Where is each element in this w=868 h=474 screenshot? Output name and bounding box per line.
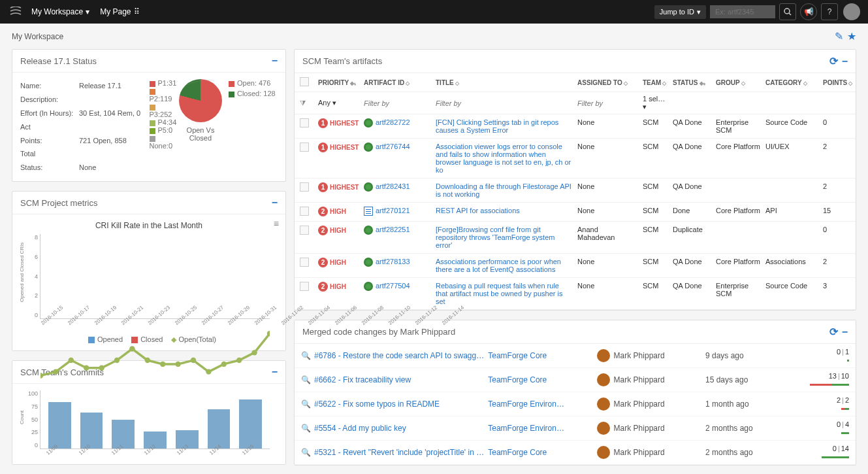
- commits-chart: 1007550250: [40, 390, 270, 449]
- artifact-link[interactable]: artf278133: [376, 258, 410, 265]
- chart-title: CRI Kill Rate in the Last Month: [20, 221, 278, 230]
- artifact-id-filter[interactable]: [364, 99, 430, 107]
- jump-to-id-dropdown[interactable]: Jump to ID ▾: [654, 5, 706, 19]
- team-filter[interactable]: 1 sel… ▾: [643, 95, 665, 110]
- row-checkbox[interactable]: [300, 226, 309, 235]
- search-icon[interactable]: 🔍: [301, 399, 314, 409]
- svg-point-10: [160, 362, 165, 367]
- avatar: [597, 373, 610, 386]
- artifact-link[interactable]: artf282722: [376, 118, 410, 126]
- table-row: 2HIGH artf282251 [Forge]Browsing conf fi…: [295, 222, 856, 254]
- search-button[interactable]: [779, 3, 796, 20]
- svg-point-16: [251, 350, 257, 355]
- breadcrumb[interactable]: My Workspace: [12, 32, 63, 41]
- sort-icon[interactable]: ◆₁: [350, 80, 356, 86]
- svg-point-11: [175, 362, 180, 367]
- search-icon[interactable]: 🔍: [301, 351, 314, 360]
- artifact-title-link[interactable]: Associations performance is poor when th…: [436, 258, 561, 273]
- priority-filter[interactable]: Any ▾: [318, 99, 336, 107]
- refresh-icon[interactable]: ⟳: [829, 55, 838, 67]
- search-icon[interactable]: 🔍: [301, 424, 314, 433]
- announcements-icon[interactable]: 📢: [800, 3, 817, 20]
- help-icon[interactable]: ?: [821, 3, 838, 20]
- artifact-link[interactable]: artf282251: [376, 226, 410, 233]
- row-checkbox[interactable]: [300, 258, 309, 267]
- sort-icon[interactable]: ◆₂: [699, 80, 705, 86]
- git-icon: [364, 143, 373, 152]
- row-checkbox[interactable]: [300, 182, 309, 192]
- document-icon: [364, 207, 373, 216]
- panel-title: SCM Project metrics: [20, 198, 97, 208]
- sort-icon[interactable]: ◇: [741, 80, 745, 86]
- list-item: 🔍 #6786 - Restore the code search API to…: [295, 344, 856, 368]
- search-icon[interactable]: 🔍: [301, 448, 314, 457]
- change-link[interactable]: #6662 - Fix traceability view: [314, 375, 411, 384]
- workspace-dropdown[interactable]: My Workspace ▾: [31, 7, 89, 16]
- avatar: [597, 446, 610, 459]
- priority-badge: 1HIGHEST: [318, 118, 359, 128]
- repo-link[interactable]: TeamForge Core: [488, 351, 547, 360]
- artifact-title-link[interactable]: Downloading a file through Filestorage A…: [436, 182, 571, 198]
- artifact-link[interactable]: artf270121: [376, 207, 410, 214]
- list-item: 🔍 #5321 - Revert "Revert 'include 'proje…: [295, 441, 856, 465]
- svg-point-7: [114, 358, 120, 363]
- collapse-icon[interactable]: −: [272, 55, 278, 67]
- row-checkbox[interactable]: [300, 118, 309, 127]
- change-link[interactable]: #5622 - Fix some typos in README: [314, 399, 440, 409]
- panel-title: Release 17.1 Status: [20, 56, 97, 66]
- artifact-title-link[interactable]: REST API for associations: [436, 207, 520, 214]
- artifact-title-link[interactable]: [FCN] Clicking Settings tab in git repos…: [436, 118, 558, 134]
- user-avatar[interactable]: [843, 3, 860, 20]
- list-item: 🔍 #5554 - Add my public key TeamForge En…: [295, 416, 856, 441]
- artifact-link[interactable]: artf282431: [376, 182, 410, 190]
- collapse-icon[interactable]: −: [272, 197, 278, 209]
- artifact-title-link[interactable]: Association viewer logs error to console…: [436, 143, 571, 174]
- refresh-icon[interactable]: ⟳: [829, 326, 838, 338]
- sort-icon[interactable]: ◇: [406, 80, 410, 86]
- row-checkbox[interactable]: [300, 207, 309, 216]
- sort-icon[interactable]: ◇: [848, 80, 852, 86]
- page-selector[interactable]: My Page ⠿: [100, 7, 138, 16]
- priority-legend: P1:31P2:119P3:252P4:34P5:0None:0: [150, 79, 179, 175]
- edit-icon[interactable]: ✎: [835, 30, 843, 42]
- chart-menu-icon[interactable]: ≡: [274, 218, 279, 229]
- collapse-icon[interactable]: −: [842, 56, 848, 67]
- artifact-title-link[interactable]: [Forge]Browsing conf file from git repos…: [436, 226, 555, 249]
- sort-icon[interactable]: ◇: [803, 80, 807, 86]
- search-input[interactable]: [710, 5, 775, 18]
- change-link[interactable]: #6786 - Restore the code search API to s…: [314, 351, 488, 360]
- artifact-link[interactable]: artf276744: [376, 143, 410, 150]
- collapse-icon[interactable]: −: [842, 326, 848, 338]
- repo-link[interactable]: TeamForge Environ…: [488, 424, 564, 433]
- artifact-link[interactable]: artf277504: [376, 282, 410, 290]
- repo-link[interactable]: TeamForge Environ…: [488, 399, 564, 409]
- select-all-checkbox[interactable]: [300, 77, 309, 86]
- change-link[interactable]: #5554 - Add my public key: [314, 424, 406, 433]
- priority-badge: 2HIGH: [318, 258, 346, 267]
- change-link[interactable]: #5321 - Revert "Revert 'include 'project…: [314, 448, 488, 457]
- pie-chart: [179, 79, 222, 122]
- filter-icon[interactable]: ⧩: [300, 99, 306, 107]
- svg-point-12: [191, 358, 196, 363]
- search-icon[interactable]: 🔍: [301, 375, 314, 384]
- title-filter[interactable]: [436, 99, 572, 107]
- avatar: [597, 349, 610, 362]
- panel-title: SCM Team's artifacts: [302, 56, 382, 66]
- sort-icon[interactable]: ◇: [662, 80, 666, 86]
- repo-link[interactable]: TeamForge Core: [488, 375, 547, 384]
- panel-scm-metrics: SCM Project metrics − ≡ CRI Kill Rate in…: [12, 191, 286, 351]
- assigned-filter[interactable]: [577, 99, 637, 107]
- app-logo[interactable]: [8, 7, 24, 18]
- svg-point-4: [69, 358, 74, 363]
- repo-link[interactable]: TeamForge Core: [488, 448, 547, 457]
- sort-icon[interactable]: ◇: [624, 80, 628, 86]
- svg-point-0: [784, 8, 790, 14]
- star-icon[interactable]: ★: [847, 30, 856, 42]
- sort-icon[interactable]: ◇: [455, 80, 459, 86]
- row-checkbox[interactable]: [300, 143, 309, 152]
- collapse-icon[interactable]: −: [272, 366, 278, 378]
- diff-stats: 2|2: [777, 396, 849, 412]
- svg-point-5: [84, 365, 89, 371]
- artifact-title-link[interactable]: Rebasing a pull request fails when rule …: [436, 282, 562, 305]
- row-checkbox[interactable]: [300, 282, 309, 291]
